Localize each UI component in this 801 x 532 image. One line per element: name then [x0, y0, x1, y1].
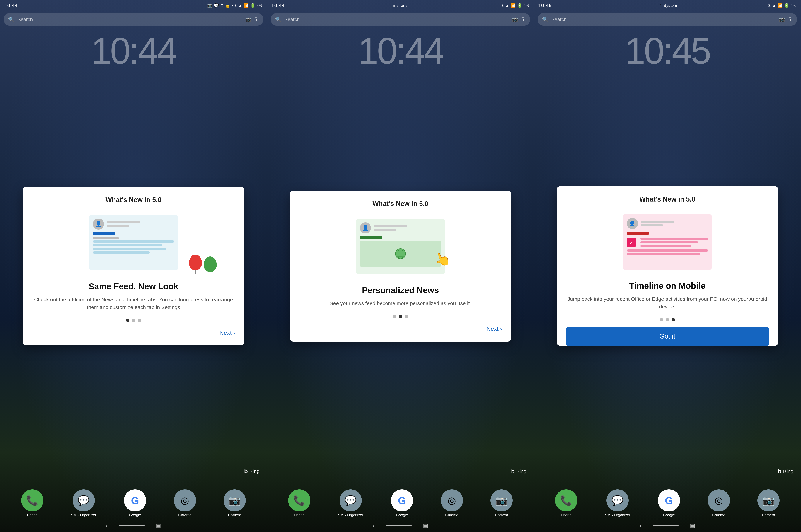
- illus-line-1e: [93, 244, 162, 246]
- feature-desc-2: See your news feed become more personali…: [330, 300, 471, 307]
- balloon-red: [189, 254, 202, 270]
- illus-line-1c: [93, 237, 119, 239]
- illus-lines-2: [374, 225, 407, 231]
- modal-card-3: What's New in 5.0 👤 ✓: [557, 186, 778, 346]
- illus-line-1d: [93, 240, 174, 243]
- illus-lines-1: [107, 221, 140, 227]
- modal-title-3: What's New in 5.0: [640, 195, 695, 203]
- illus-line-1f: [93, 248, 166, 250]
- dot-3b: [666, 318, 669, 321]
- feature-desc-1: Check out the addition of the News and T…: [32, 296, 235, 311]
- illus-header-1: 👤: [93, 218, 174, 230]
- illustration-1: 👤: [32, 211, 235, 274]
- dot-3c: [672, 318, 675, 321]
- dot-2a: [393, 315, 396, 318]
- feature-title-3: Timeline on Mobile: [629, 281, 705, 291]
- illus-line-1b: [107, 225, 129, 227]
- dots-row-3: [660, 318, 675, 321]
- illus-line-2a: [374, 225, 407, 227]
- dot-1a: [126, 319, 129, 322]
- illus-avatar-2: 👤: [360, 223, 371, 233]
- modal-card-2: What's New in 5.0 👤: [290, 191, 511, 342]
- modal-overlay-3: What's New in 5.0 👤 ✓: [534, 0, 801, 532]
- illus-avatar-3: 👤: [627, 218, 638, 229]
- feature-title-2: Personalized News: [362, 285, 439, 295]
- illus-accent-red: [627, 232, 649, 234]
- dot-2b: [399, 315, 402, 318]
- illus-card-2: 👤: [356, 219, 445, 274]
- illus-lines-3: [641, 221, 674, 226]
- got-it-btn[interactable]: Got it: [566, 327, 769, 346]
- modal-title-2: What's New in 5.0: [373, 200, 428, 208]
- illus-line-3g: [627, 253, 700, 255]
- dots-row-1: [126, 319, 141, 322]
- illus-line-3d: [641, 241, 698, 244]
- illus-checkbox-row: ✓: [627, 238, 708, 247]
- illus-card-3: 👤 ✓: [623, 214, 712, 270]
- modal-title-1: What's New in 5.0: [106, 196, 161, 204]
- dot-1c: [138, 319, 141, 322]
- illus-card-1: 👤: [89, 215, 178, 270]
- feature-desc-3: Jump back into your recent Office or Edg…: [566, 295, 769, 311]
- phone-panel-3: 10:45 🖥 System ₿ ▲ 📶 🔋 4% 🔍 Search 📷 🎙 1…: [534, 0, 801, 532]
- next-arrow-2: ›: [500, 325, 502, 332]
- modal-overlay-1: What's New in 5.0 👤: [0, 0, 267, 532]
- next-btn-1[interactable]: Next ›: [220, 327, 235, 338]
- phone-panel-1: 10:44 📷 💬 ⚙ 🔒 • ₿ ▲ 📶 🔋 4% 🔍 Search 📷 🎙 …: [0, 0, 267, 532]
- illustration-3: 👤 ✓: [566, 211, 769, 273]
- illus-header-2: 👤: [360, 223, 441, 233]
- dot-2c: [405, 315, 408, 318]
- illus-content-3: [627, 249, 708, 255]
- illus-line-3b: [641, 224, 663, 226]
- illus-content-1: [93, 240, 174, 254]
- illus-lines-3c: [641, 238, 708, 247]
- dot-3a: [660, 318, 663, 321]
- illus-header-3: 👤: [627, 218, 708, 229]
- illus-line-3f: [627, 249, 708, 252]
- next-btn-2[interactable]: Next ›: [487, 324, 502, 334]
- dots-row-2: [393, 315, 408, 318]
- got-it-label: Got it: [659, 332, 675, 340]
- illus-img-globe: [360, 241, 441, 267]
- modal-card-1: What's New in 5.0 👤: [23, 187, 244, 345]
- next-arrow-1: ›: [233, 329, 235, 336]
- illus-line-3c: [641, 238, 708, 240]
- next-label-1: Next: [220, 329, 232, 336]
- illustration-2: 👤: [299, 215, 502, 278]
- illus-checkbox-icon: ✓: [627, 238, 636, 247]
- illus-line-1a: [107, 221, 140, 223]
- modal-overlay-2: What's New in 5.0 👤: [267, 0, 534, 532]
- illus-line-3e: [641, 245, 691, 247]
- feature-title-1: Same Feed. New Look: [89, 281, 178, 291]
- illus-line-1g: [93, 251, 150, 254]
- balloon-green: [204, 256, 217, 272]
- dot-1b: [132, 319, 135, 322]
- illus-line-3a: [641, 221, 674, 223]
- illus-accent-blue: [93, 232, 115, 235]
- illus-accent-green: [360, 236, 382, 239]
- phone-panel-2: 10:44 inshorts ₿ ▲ 📶 🔋 4% 🔍 Search 📷 🎙 1…: [267, 0, 534, 532]
- next-label-2: Next: [487, 325, 499, 332]
- illus-line-2b: [374, 229, 396, 231]
- illus-avatar-1: 👤: [93, 218, 104, 230]
